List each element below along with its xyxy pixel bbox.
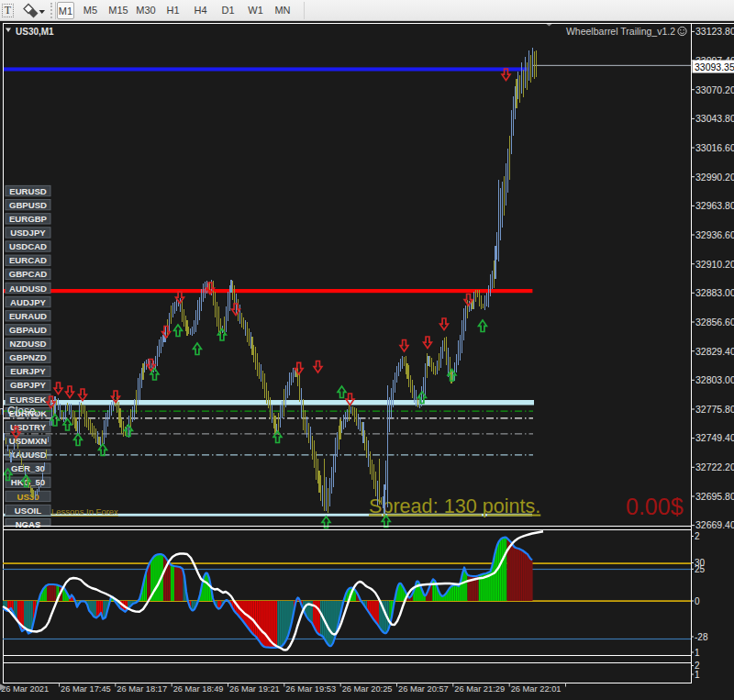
svg-text:26 Mar 21:29: 26 Mar 21:29 [454,684,505,694]
svg-text:1: 1 [695,670,700,680]
svg-text:NZDUSD: NZDUSD [10,339,47,349]
svg-text:-28: -28 [695,632,708,642]
svg-text:Wheelbarrel Trailing_v1.2: Wheelbarrel Trailing_v1.2 [566,26,675,37]
svg-text:32829.40: 32829.40 [695,346,734,357]
svg-text:32803.00: 32803.00 [695,374,734,385]
svg-text:26 Mar 17:45: 26 Mar 17:45 [61,684,111,694]
svg-text:EURUSD: EURUSD [9,186,47,196]
svg-text:USDJPY: USDJPY [10,228,46,238]
svg-text:GER_30: GER_30 [11,463,45,473]
svg-text:26 Mar 18:17: 26 Mar 18:17 [117,684,167,694]
svg-text:32936.60: 32936.60 [695,229,734,240]
svg-text:32722.20: 32722.20 [695,461,734,472]
svg-text:EURSEK: EURSEK [10,394,47,405]
svg-text:NGAS: NGAS [16,519,41,529]
svg-text:US30,M1: US30,M1 [16,27,54,37]
svg-text:26 Mar 18:49: 26 Mar 18:49 [173,684,224,694]
svg-text:0.00$: 0.00$ [626,494,684,519]
svg-text:GBPUSD: GBPUSD [9,200,47,210]
svg-text:32695.80: 32695.80 [695,491,734,502]
svg-text:32856.60: 32856.60 [695,317,734,328]
svg-text:26 Mar 20:57: 26 Mar 20:57 [398,684,449,694]
svg-text:32910.20: 32910.20 [695,259,734,270]
svg-text:Lessons In Forex: Lessons In Forex [51,506,118,517]
svg-text:32749.40: 32749.40 [695,432,734,443]
svg-text:26 Mar 19:21: 26 Mar 19:21 [229,684,280,694]
svg-text:32963.80: 32963.80 [695,200,734,211]
svg-text:USDCAD: USDCAD [9,241,47,251]
svg-text:32669.40: 32669.40 [695,519,734,530]
svg-text:33070.20: 33070.20 [695,84,734,95]
svg-text:33123.80: 33123.80 [695,26,734,37]
svg-text:33093.35: 33093.35 [695,61,734,72]
svg-text:EURCAD: EURCAD [9,255,47,265]
svg-text:Spread: 130 points.: Spread: 130 points. [369,494,540,517]
svg-text:26 Mar 22:01: 26 Mar 22:01 [511,684,562,694]
svg-text:32775.80: 32775.80 [695,404,734,415]
svg-text:1: 1 [695,648,700,658]
svg-text:GBPNZD: GBPNZD [9,352,47,362]
svg-text:26 Mar 19:53: 26 Mar 19:53 [285,684,336,694]
svg-text:EURJPY: EURJPY [10,366,46,376]
svg-text:25: 25 [695,564,706,574]
svg-text:GBPJPY: GBPJPY [10,380,47,390]
svg-text:26 Mar 20:25: 26 Mar 20:25 [342,684,393,694]
svg-text:GBPCAD: GBPCAD [9,269,48,279]
svg-text:AUDJPY: AUDJPY [10,297,47,307]
svg-text:EURGBP: EURGBP [9,214,48,224]
svg-text:2: 2 [695,531,700,541]
svg-text:USOIL: USOIL [15,506,41,516]
svg-text:GBPAUD: GBPAUD [9,325,47,335]
svg-text:33043.80: 33043.80 [695,113,734,124]
svg-text:n Close,: n Close, [0,405,39,417]
svg-text:0: 0 [695,596,700,606]
svg-text:33016.60: 33016.60 [695,142,734,153]
svg-text:26 Mar 2021: 26 Mar 2021 [1,684,49,694]
svg-text:EURAUD: EURAUD [9,311,47,321]
svg-text:32883.00: 32883.00 [695,287,734,298]
svg-text:32990.20: 32990.20 [695,172,734,183]
svg-text:AUDUSD: AUDUSD [9,283,47,294]
